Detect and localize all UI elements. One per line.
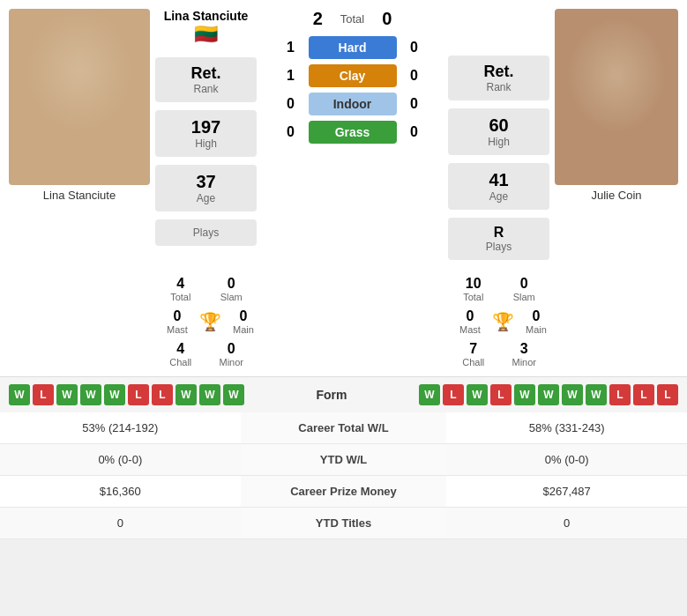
- left-mast-lbl: Mast: [155, 324, 199, 335]
- right-trophy-icon: 🏆: [492, 308, 514, 335]
- form-badge-l: L: [657, 384, 678, 405]
- form-badge-w: W: [199, 384, 220, 405]
- right-chall-minor-row: 7 Chall 3 Minor: [448, 339, 549, 369]
- right-age: 41: [459, 170, 539, 190]
- clay-left-score: 1: [282, 68, 300, 84]
- right-slam-lbl: Slam: [502, 292, 546, 302]
- left-stats-column: Lina Stanciute 🇱🇹 Ret. Rank 197 High 37 …: [155, 9, 257, 265]
- right-player-photo: [555, 9, 678, 185]
- left-age: 37: [166, 172, 246, 192]
- left-trophy-icon: 🏆: [199, 308, 221, 335]
- stat-center-label: YTD Titles: [241, 508, 447, 539]
- left-high-rank: 197: [166, 117, 246, 137]
- stats-row: 0% (0-0) YTD W/L 0% (0-0): [0, 444, 687, 476]
- left-mast-item: 0 Mast: [155, 308, 199, 335]
- left-total-lbl: Total: [159, 292, 203, 302]
- left-minor-lbl: Minor: [209, 357, 253, 367]
- left-slam-item: 0 Slam: [209, 276, 253, 302]
- left-minor-item: 0 Minor: [209, 341, 253, 367]
- form-badge-l: L: [443, 384, 464, 405]
- right-high-label: High: [459, 136, 539, 148]
- center-scores: 2 Total 0 1 Hard 0 1 Clay 0 0 Indoor 0: [262, 9, 443, 265]
- main-container: Lina Stanciute Lina Stanciute 🇱🇹 Ret. Ra…: [0, 0, 687, 539]
- form-badge-w: W: [104, 384, 125, 405]
- left-form-badges: WLWWWLLWWW: [9, 384, 244, 405]
- stat-left-val: 0% (0-0): [0, 444, 241, 476]
- left-rank-box: Ret. Rank: [155, 57, 257, 102]
- left-chall-lbl: Chall: [159, 357, 203, 367]
- total-right-score: 0: [382, 9, 392, 29]
- right-age-label: Age: [459, 190, 539, 203]
- form-badge-w: W: [514, 384, 535, 405]
- stats-row: 53% (214-192) Career Total W/L 58% (331-…: [0, 412, 687, 444]
- grass-left-score: 0: [282, 124, 300, 140]
- left-total-num: 4: [159, 276, 203, 292]
- trophy-icon-left: 🏆: [199, 311, 221, 332]
- stat-center-label: YTD W/L: [241, 444, 447, 476]
- left-high-box: 197 High: [155, 110, 257, 157]
- right-slam-item: 0 Slam: [502, 276, 546, 302]
- right-minor-num: 3: [502, 341, 546, 357]
- left-plays-box: Plays: [155, 219, 257, 246]
- left-high-label: High: [166, 137, 246, 150]
- stat-left-val: 0: [0, 508, 241, 539]
- left-photo-spacer: [9, 274, 150, 369]
- right-mast-num: 0: [448, 308, 492, 324]
- left-chall-num: 4: [159, 341, 203, 357]
- right-high-rank: 60: [459, 115, 539, 136]
- right-chall-lbl: Chall: [452, 357, 496, 367]
- trophy-icon-right: 🏆: [492, 311, 514, 332]
- right-minor-item: 3 Minor: [502, 341, 546, 367]
- right-plays-sublabel: Plays: [459, 241, 539, 253]
- right-high-box: 60 High: [448, 108, 549, 155]
- form-badge-w: W: [175, 384, 197, 405]
- stat-left-val: $16,360: [0, 476, 241, 508]
- right-rank-sublabel: Rank: [459, 81, 539, 93]
- right-total-num: 10: [452, 276, 496, 292]
- stats-row: 0 YTD Titles 0: [0, 508, 687, 539]
- form-badge-l: L: [128, 384, 149, 405]
- left-total-slam-row: 4 Total 0 Slam: [155, 274, 257, 304]
- stat-right-val: 0% (0-0): [446, 444, 687, 476]
- stat-center-label: Career Total W/L: [241, 412, 447, 444]
- right-photo-spacer: [555, 274, 678, 369]
- indoor-row: 0 Indoor 0: [282, 93, 423, 115]
- left-main-item: 0 Main: [221, 308, 265, 335]
- hard-left-score: 1: [282, 40, 300, 56]
- right-mast-main-row: 0 Mast 🏆 0 Main: [448, 307, 549, 337]
- left-mast-num: 0: [155, 308, 199, 324]
- right-secondary-stats: 10 Total 0 Slam 0 Mast 🏆 0 Main: [448, 274, 549, 369]
- left-player-photo: [9, 9, 150, 185]
- grass-right-score: 0: [406, 124, 423, 140]
- left-minor-num: 0: [209, 341, 253, 357]
- form-badge-w: W: [538, 384, 559, 405]
- hard-badge: Hard: [309, 36, 397, 59]
- left-rank-sublabel: Rank: [166, 83, 246, 95]
- form-label: Form: [317, 388, 347, 402]
- right-age-box: 41 Age: [448, 163, 549, 210]
- right-main-lbl: Main: [514, 324, 558, 335]
- right-plays-box: R Plays: [448, 218, 549, 260]
- total-row: 2 Total 0: [313, 9, 392, 29]
- right-chall-item: 7 Chall: [452, 341, 496, 367]
- stats-table: 53% (214-192) Career Total W/L 58% (331-…: [0, 412, 687, 539]
- right-mast-item: 0 Mast: [448, 308, 492, 335]
- form-badge-l: L: [490, 384, 512, 405]
- right-plays-r: R: [459, 225, 539, 241]
- form-badge-w: W: [467, 384, 488, 405]
- right-minor-lbl: Minor: [502, 357, 546, 367]
- left-chall-minor-row: 4 Chall 0 Minor: [155, 339, 257, 369]
- total-left-score: 2: [313, 9, 323, 29]
- stat-right-val: $267,487: [446, 476, 687, 508]
- right-player-col: Julie Coin: [555, 9, 678, 265]
- left-age-label: Age: [166, 192, 246, 204]
- form-badge-w: W: [9, 384, 30, 405]
- left-age-box: 37 Age: [155, 165, 257, 212]
- form-badge-w: W: [586, 384, 607, 405]
- right-stats-column: Ret. Rank 60 High 41 Age R Plays: [448, 9, 549, 265]
- form-badge-l: L: [152, 384, 173, 405]
- right-ret-label: Ret.: [459, 63, 539, 81]
- indoor-badge: Indoor: [309, 93, 397, 115]
- total-label: Total: [340, 12, 364, 26]
- right-chall-num: 7: [452, 341, 496, 357]
